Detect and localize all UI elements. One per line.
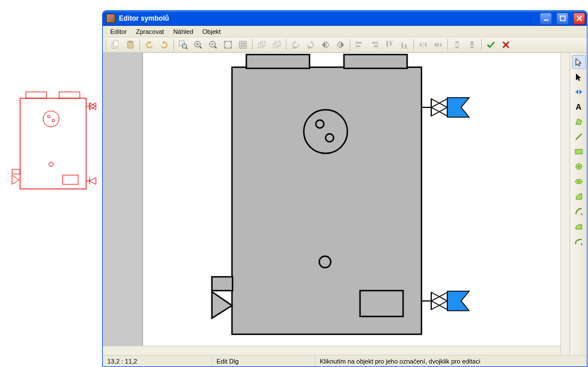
statusbar: 13,2 : 11,2 Edit Dlg Kliknutím na objekt… — [103, 355, 587, 366]
svg-point-5 — [52, 119, 55, 122]
status-hint: Kliknutím na objekt pro jeho označení, d… — [315, 356, 587, 366]
svg-rect-18 — [129, 41, 132, 43]
canvas-area: A — [103, 53, 587, 355]
svg-rect-44 — [390, 42, 392, 45]
svg-rect-43 — [386, 42, 388, 47]
redo-button[interactable] — [157, 38, 171, 52]
group-button[interactable] — [270, 38, 284, 52]
svg-point-65 — [326, 134, 334, 142]
polygon-tool[interactable] — [572, 115, 586, 129]
svg-point-78 — [578, 181, 579, 183]
svg-point-80 — [581, 244, 582, 245]
line-tool[interactable] — [572, 130, 586, 144]
arc-tool-4[interactable] — [572, 234, 586, 248]
ok-button[interactable] — [484, 38, 498, 52]
rect-tool[interactable] — [572, 145, 586, 159]
arc-tool-2[interactable] — [572, 204, 586, 218]
svg-line-73 — [576, 134, 582, 140]
svg-rect-46 — [401, 43, 403, 48]
circle-tool[interactable] — [572, 160, 586, 173]
menubar: Editor Zpracovat Náhled Objekt — [103, 26, 587, 37]
distribute-v1-button[interactable] — [450, 38, 464, 52]
distribute-v2-button[interactable] — [465, 38, 479, 52]
svg-rect-68 — [212, 277, 233, 291]
svg-rect-37 — [357, 42, 362, 44]
zoom-area-button[interactable] — [176, 38, 190, 52]
svg-rect-54 — [455, 41, 459, 43]
titlebar: Editor symbolů — [103, 11, 587, 26]
app-icon — [106, 14, 115, 23]
arc-tool-3[interactable] — [572, 219, 586, 233]
svg-rect-1 — [26, 92, 47, 98]
duplicate-button[interactable] — [255, 38, 269, 52]
flip-h-button[interactable] — [319, 38, 332, 52]
svg-point-64 — [316, 120, 324, 128]
reference-tool[interactable] — [572, 85, 586, 99]
flip-v-button[interactable] — [334, 38, 347, 52]
svg-point-6 — [49, 162, 53, 167]
svg-rect-74 — [575, 149, 582, 154]
paste-button[interactable] — [123, 38, 137, 52]
zoom-out-button[interactable] — [206, 38, 220, 52]
rotate-left-button[interactable]: 90° — [289, 38, 303, 52]
svg-rect-33 — [276, 41, 280, 46]
ellipse-tool[interactable] — [572, 175, 586, 188]
svg-rect-2 — [59, 92, 80, 98]
svg-rect-47 — [405, 44, 407, 48]
align-bottom-button[interactable] — [397, 38, 411, 52]
rotate-right-button[interactable]: 90° — [304, 38, 318, 52]
align-left-button[interactable] — [353, 38, 366, 52]
scrollbar-vertical[interactable] — [560, 53, 570, 355]
svg-rect-16 — [114, 41, 118, 47]
canvas-gutter — [103, 53, 143, 355]
side-toolbar: A — [570, 53, 587, 355]
svg-text:90°: 90° — [292, 46, 298, 49]
svg-rect-8 — [12, 169, 20, 174]
canvas[interactable] — [143, 53, 570, 355]
svg-line-27 — [215, 47, 216, 48]
scrollbar-horizontal[interactable] — [103, 346, 560, 355]
align-top-button[interactable] — [382, 38, 396, 52]
svg-line-21 — [186, 48, 187, 49]
text-tool[interactable]: A — [572, 100, 586, 114]
svg-point-66 — [319, 256, 331, 268]
menu-zpracovat[interactable]: Zpracovat — [132, 27, 168, 36]
pointer-tool[interactable] — [572, 55, 586, 69]
svg-rect-7 — [63, 175, 78, 184]
svg-rect-14 — [560, 16, 565, 21]
svg-rect-38 — [357, 45, 360, 47]
svg-rect-40 — [372, 42, 377, 44]
svg-rect-48 — [420, 43, 421, 47]
svg-rect-53 — [440, 43, 442, 47]
zoom-fit-button[interactable] — [221, 38, 235, 52]
svg-rect-58 — [470, 44, 474, 45]
cancel-button[interactable] — [499, 38, 513, 52]
distribute-h1-button[interactable] — [416, 38, 430, 52]
align-right-button[interactable] — [368, 38, 381, 52]
preview-thumbnail — [5, 89, 100, 199]
menu-nahled[interactable]: Náhled — [169, 27, 198, 36]
undo-button[interactable] — [142, 38, 156, 52]
editor-window: Editor symbolů Editor Zpracovat Náhled O… — [102, 10, 587, 367]
grid-button[interactable] — [236, 38, 250, 52]
arc-tool-1[interactable] — [572, 190, 586, 203]
status-coords: 13,2 : 11,2 — [103, 356, 212, 366]
menu-objekt[interactable]: Objekt — [199, 27, 225, 36]
menu-editor[interactable]: Editor — [106, 27, 131, 36]
svg-text:90°: 90° — [307, 46, 313, 49]
svg-rect-19 — [179, 41, 184, 46]
maximize-button[interactable] — [556, 13, 568, 25]
zoom-in-button[interactable] — [191, 38, 205, 52]
cursor-solid-tool[interactable] — [572, 70, 586, 84]
svg-rect-59 — [470, 47, 474, 48]
toolbar: 90° 90° — [103, 37, 587, 53]
svg-rect-61 — [246, 55, 310, 68]
svg-rect-62 — [344, 55, 407, 68]
svg-line-23 — [200, 47, 202, 48]
close-button[interactable] — [573, 13, 585, 25]
distribute-h2-button[interactable] — [431, 38, 445, 52]
minimize-button[interactable] — [540, 13, 552, 25]
svg-point-79 — [581, 214, 582, 215]
copy-button[interactable] — [109, 38, 122, 52]
svg-point-63 — [304, 110, 347, 153]
